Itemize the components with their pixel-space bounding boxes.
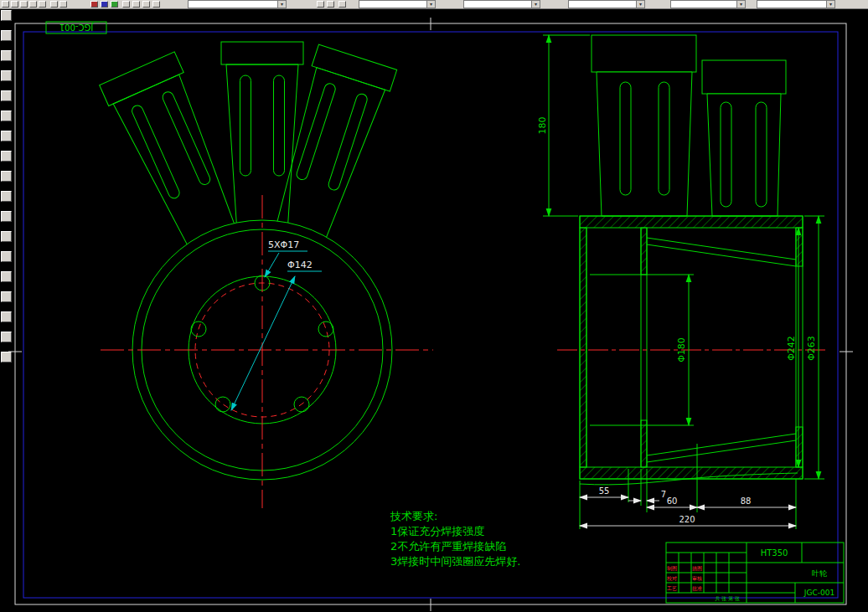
dim-inner-diameter-text[interactable]: Φ242 <box>786 336 797 361</box>
cad-application-window: { "toolbar": { "dropdown_arrow": "▾" }, … <box>0 0 868 612</box>
lineweight-combo[interactable]: ▾ <box>568 0 645 8</box>
dim-60-text[interactable]: 60 <box>667 496 678 506</box>
dropdown-arrow-icon[interactable]: ▾ <box>426 1 435 8</box>
sheet-number-text: JGC-001 <box>59 23 94 32</box>
tool-icon[interactable] <box>1 111 12 121</box>
drawing-canvas[interactable]: JGC-001 5XΦ17 Φ142 <box>0 0 868 612</box>
technical-notes[interactable]: 技术要求: 1保证充分焊接强度 2不允许有严重焊接缺陷 3焊接时中间强圈应先焊好… <box>390 510 520 568</box>
titleblock-label: 批准 <box>692 585 702 592</box>
new-file-icon[interactable] <box>2 1 9 8</box>
color-combo[interactable]: ▾ <box>359 0 436 8</box>
tool-icon[interactable] <box>1 231 12 242</box>
print-icon[interactable] <box>29 1 37 8</box>
top-toolbar: ▾ ▾ ▾ ▾ ▾ ▾ <box>0 0 868 9</box>
side-blade-rear[interactable] <box>702 60 786 216</box>
tool-icon[interactable] <box>1 131 12 141</box>
toolbar-icon[interactable] <box>122 1 130 8</box>
toolbar-icon[interactable] <box>317 1 324 8</box>
toolbar-icon[interactable] <box>50 1 58 8</box>
toolbar-icon[interactable] <box>132 1 140 8</box>
tool-icon[interactable] <box>1 10 12 21</box>
dim-outer-diameter-text[interactable]: Φ263 <box>806 336 817 361</box>
titleblock-label: 描图 <box>692 565 702 572</box>
notes-line[interactable]: 1保证充分焊接强度 <box>390 525 484 537</box>
titleblock-label: 工艺 <box>667 585 677 591</box>
dim-holes-text[interactable]: 5XΦ17 <box>268 239 299 250</box>
notes-line[interactable]: 3焊接时中间强圈应先焊好. <box>390 555 520 568</box>
color-green-icon[interactable] <box>111 1 118 8</box>
tool-icon[interactable] <box>1 70 12 81</box>
material-text: HT350 <box>761 548 788 558</box>
titleblock-label: 校对 <box>666 575 677 581</box>
notes-title[interactable]: 技术要求: <box>390 510 437 522</box>
toolbar-icon[interactable] <box>59 1 67 8</box>
tool-icon[interactable] <box>1 251 12 262</box>
tool-icon[interactable] <box>1 332 12 342</box>
dropdown-arrow-icon[interactable]: ▾ <box>636 1 644 8</box>
tool-icon[interactable] <box>1 271 12 282</box>
tool-icon[interactable] <box>1 90 12 101</box>
dim-55-text[interactable]: 55 <box>599 486 610 496</box>
toolbar-icon[interactable] <box>152 1 160 8</box>
dim-bore-text[interactable]: Φ180 <box>676 337 687 363</box>
dropdown-arrow-icon[interactable]: ▾ <box>277 1 286 8</box>
dim-7-text[interactable]: 7 <box>661 490 666 499</box>
open-file-icon[interactable] <box>11 1 18 8</box>
titleblock-footer: 共 张 第 张 <box>715 595 740 602</box>
dim-88-text[interactable]: 88 <box>741 496 752 506</box>
part-name-text: 叶轮 <box>812 569 827 578</box>
plotstyle-combo[interactable]: ▾ <box>670 0 746 8</box>
dim-220-text[interactable]: 220 <box>679 515 695 524</box>
tool-icon[interactable] <box>1 191 12 202</box>
dropdown-arrow-icon[interactable]: ▾ <box>531 1 540 8</box>
tool-icon[interactable] <box>1 30 12 41</box>
tool-icon[interactable] <box>1 352 12 363</box>
titleblock-label: 制图 <box>667 565 677 572</box>
tool-icon[interactable] <box>1 311 12 322</box>
linetype-combo[interactable]: ▾ <box>463 0 540 8</box>
color-red-icon[interactable] <box>90 1 98 8</box>
tool-icon[interactable] <box>1 50 12 61</box>
dropdown-arrow-icon[interactable]: ▾ <box>826 1 834 8</box>
notes-line[interactable]: 2不允许有严重焊接缺陷 <box>390 540 506 553</box>
tool-icon[interactable] <box>1 151 12 162</box>
toolbar-icon[interactable] <box>327 1 334 8</box>
drawing-number-text: JGC-001 <box>803 589 834 597</box>
color-blue-icon[interactable] <box>101 1 108 8</box>
side-blade-front[interactable] <box>592 35 696 216</box>
tool-icon[interactable] <box>1 291 12 302</box>
tool-icon[interactable] <box>1 211 12 222</box>
layer-combo[interactable]: ▾ <box>188 0 287 8</box>
side-view[interactable]: 180 Φ180 Φ242 Φ263 55 7 60 <box>537 35 828 529</box>
dim-bolt-circle-text[interactable]: Φ142 <box>287 260 313 270</box>
tool-icon[interactable] <box>1 171 12 182</box>
toolbar-icon[interactable] <box>142 1 150 8</box>
dropdown-arrow-icon[interactable]: ▾ <box>736 1 745 8</box>
front-view[interactable]: 5XΦ17 Φ142 <box>100 42 433 508</box>
title-block[interactable]: HT350 叶轮 JGC-001 制图 描图 校对 审核 工艺 批准 共 张 第… <box>666 543 844 603</box>
titleblock-label: 审核 <box>692 575 702 581</box>
save-icon[interactable] <box>20 1 28 8</box>
toolbar-combo[interactable]: ▾ <box>757 0 835 8</box>
dim-blade-height-text[interactable]: 180 <box>537 117 548 135</box>
preview-icon[interactable] <box>39 1 46 8</box>
toolbar-icon[interactable] <box>338 1 346 8</box>
